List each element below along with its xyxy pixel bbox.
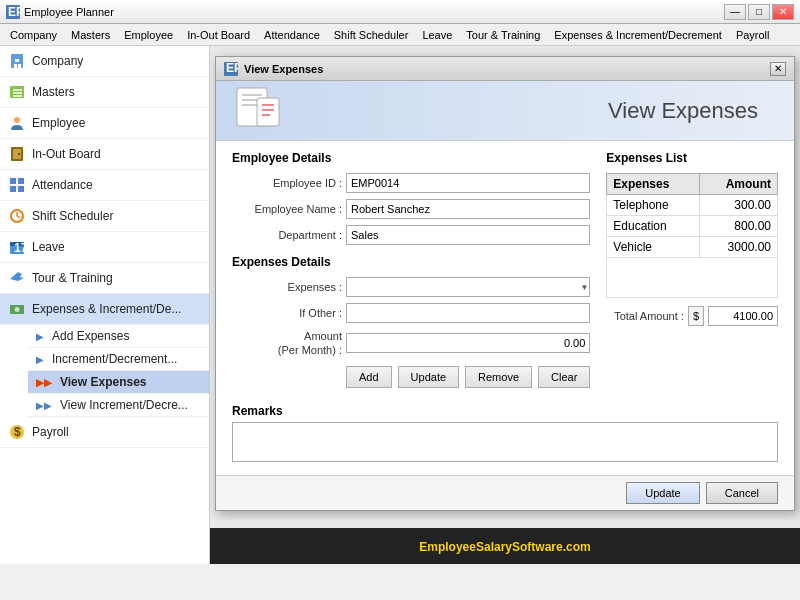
clear-button[interactable]: Clear [538, 366, 590, 388]
sidebar-item-view-increment[interactable]: ▶▶ View Increment/Decre... [28, 394, 209, 417]
svg-point-10 [14, 117, 20, 123]
table-row[interactable]: Telephone 300.00 [607, 195, 778, 216]
modal-app-icon: EP [224, 62, 238, 76]
svg-text:17: 17 [14, 241, 26, 255]
expenses-select[interactable]: Telephone Education Vehicle Other [346, 277, 590, 297]
table-row[interactable]: Education 800.00 [607, 216, 778, 237]
ifother-row: If Other : [232, 303, 590, 323]
department-input[interactable] [346, 225, 590, 245]
expenses-table: Expenses Amount Telephone 300.00 [606, 173, 778, 298]
close-button[interactable]: ✕ [772, 4, 794, 20]
svg-rect-3 [15, 59, 19, 62]
remarks-label: Remarks [232, 404, 778, 418]
svg-rect-31 [242, 94, 262, 96]
update-inline-button[interactable]: Update [398, 366, 459, 388]
ifother-input[interactable] [346, 303, 590, 323]
menu-leave[interactable]: Leave [416, 27, 458, 43]
svg-text:EP: EP [8, 5, 20, 19]
arrow-icon-add: ▶ [36, 331, 44, 342]
total-currency-symbol: $ [688, 306, 704, 326]
menu-attendance[interactable]: Attendance [258, 27, 326, 43]
menu-employee[interactable]: Employee [118, 27, 179, 43]
arrow-icon-view: ▶▶ [36, 377, 52, 388]
sidebar-item-masters[interactable]: Masters [0, 77, 209, 108]
building-icon [8, 52, 26, 70]
amount-row: Amount(Per Month) : [232, 329, 590, 358]
sidebar-label-masters: Masters [32, 85, 75, 99]
menu-masters[interactable]: Masters [65, 27, 116, 43]
department-row: Department : [232, 225, 590, 245]
modal-title-text: View Expenses [244, 63, 323, 75]
sidebar-item-attendance[interactable]: Attendance [0, 170, 209, 201]
sidebar-item-leave[interactable]: 17 Leave [0, 232, 209, 263]
list-icon [8, 83, 26, 101]
svg-text:EP: EP [226, 62, 238, 75]
amount-col-header: Amount [699, 174, 777, 195]
total-amount-row: Total Amount : $ 4100.00 [606, 306, 778, 326]
sidebar-label-leave: Leave [32, 240, 65, 254]
modal-header-title: View Expenses [608, 98, 758, 124]
menu-expenses[interactable]: Expenses & Increment/Decrement [548, 27, 728, 43]
svg-rect-4 [14, 64, 17, 68]
plane-icon [8, 269, 26, 287]
modal-overlay: EP View Expenses ✕ [210, 46, 800, 564]
modal-footer: Update Cancel [216, 475, 794, 510]
add-button[interactable]: Add [346, 366, 392, 388]
employee-id-label: Employee ID : [232, 177, 342, 189]
sidebar-item-add-expenses[interactable]: ▶ Add Expenses [28, 325, 209, 348]
sidebar-label-shift: Shift Scheduler [32, 209, 113, 223]
sidebar-item-view-expenses[interactable]: ▶▶ View Expenses [28, 371, 209, 394]
employee-name-row: Employee Name : [232, 199, 590, 219]
menu-tour[interactable]: Tour & Training [460, 27, 546, 43]
sidebar-item-shift[interactable]: Shift Scheduler [0, 201, 209, 232]
footer-cancel-button[interactable]: Cancel [706, 482, 778, 504]
expenses-list-title: Expenses List [606, 151, 778, 165]
modal-title-left: EP View Expenses [224, 62, 323, 76]
maximize-button[interactable]: □ [748, 4, 770, 20]
svg-rect-36 [262, 109, 274, 111]
menu-company[interactable]: Company [4, 27, 63, 43]
sidebar-item-employee[interactable]: Employee [0, 108, 209, 139]
sidebar-item-inout[interactable]: In-Out Board [0, 139, 209, 170]
svg-point-13 [18, 153, 20, 155]
action-buttons: Add Update Remove Clear [346, 366, 590, 388]
expense-name-vehicle: Vehicle [607, 237, 700, 258]
expense-amount-telephone: 300.00 [699, 195, 777, 216]
sidebar-item-company[interactable]: Company [0, 46, 209, 77]
footer-update-button[interactable]: Update [626, 482, 699, 504]
banner-text-main: EmployeeSalarySoftware [419, 540, 562, 554]
expense-amount-education: 800.00 [699, 216, 777, 237]
expenses-type-row: Expenses : Telephone Education Vehicle O… [232, 277, 590, 297]
sidebar-item-tour[interactable]: Tour & Training [0, 263, 209, 294]
sidebar-item-payroll[interactable]: $ Payroll [0, 417, 209, 448]
svg-rect-15 [18, 178, 24, 184]
remove-button[interactable]: Remove [465, 366, 532, 388]
employee-id-input[interactable] [346, 173, 590, 193]
minimize-button[interactable]: — [724, 4, 746, 20]
sidebar-sub-expenses: ▶ Add Expenses ▶ Increment/Decrement... … [0, 325, 209, 417]
calendar-icon: 17 [8, 238, 26, 256]
content-area: EP View Expenses ✕ [210, 46, 800, 564]
employee-name-input[interactable] [346, 199, 590, 219]
sidebar-item-increment[interactable]: ▶ Increment/Decrement... [28, 348, 209, 371]
svg-rect-14 [10, 178, 16, 184]
svg-rect-37 [262, 114, 270, 116]
table-row[interactable]: Vehicle 3000.00 [607, 237, 778, 258]
menu-bar: Company Masters Employee In-Out Board At… [0, 24, 800, 46]
modal-right-panel: Expenses List Expenses Amount Telepho [606, 151, 778, 388]
menu-shift[interactable]: Shift Scheduler [328, 27, 415, 43]
total-amount-value: 4100.00 [708, 306, 778, 326]
amount-input[interactable] [346, 333, 590, 353]
modal-close-button[interactable]: ✕ [770, 62, 786, 76]
total-label: Total Amount : [606, 310, 684, 322]
svg-text:$: $ [14, 425, 21, 439]
modal-body: Employee Details Employee ID : Employee … [216, 141, 794, 398]
remarks-textarea[interactable] [232, 422, 778, 462]
svg-rect-17 [18, 186, 24, 192]
menu-inout[interactable]: In-Out Board [181, 27, 256, 43]
remarks-section: Remarks [216, 398, 794, 475]
menu-payroll[interactable]: Payroll [730, 27, 776, 43]
expenses-col-header: Expenses [607, 174, 700, 195]
sidebar-item-expenses[interactable]: Expenses & Increment/De... [0, 294, 209, 325]
banner-text-com: .com [563, 540, 591, 554]
